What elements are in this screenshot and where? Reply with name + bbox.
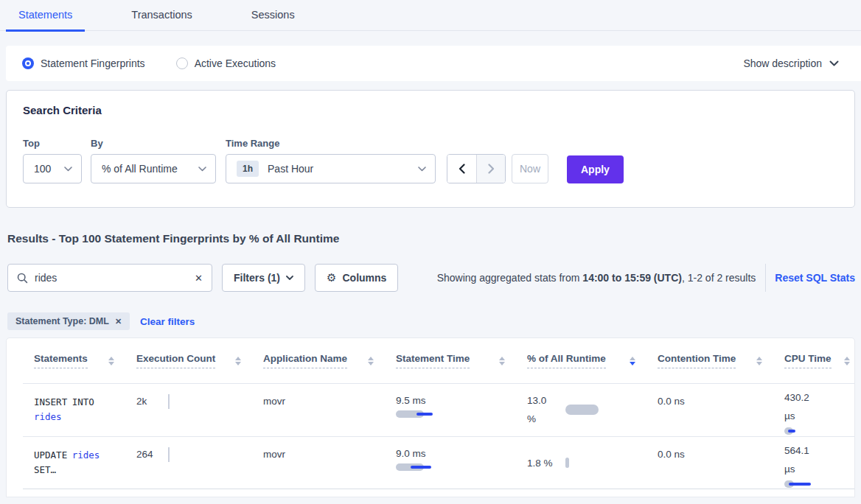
tab-statements[interactable]: Statements — [6, 0, 85, 31]
chevron-down-icon — [286, 276, 293, 281]
statement-keyword: SET… — [34, 464, 56, 475]
results-controls: ✕ Filters (1) ⚙︎ Columns Showing aggrega… — [7, 264, 855, 292]
contention-time-value: 0.0 ns — [658, 449, 685, 460]
columns-button-label: Columns — [342, 272, 386, 284]
clear-search-icon[interactable]: ✕ — [195, 273, 203, 284]
duration-bar — [396, 463, 424, 471]
apply-button[interactable]: Apply — [567, 155, 624, 183]
statement-cell[interactable]: INSERT INTO rides — [7, 383, 136, 436]
statement-link[interactable]: rides — [34, 411, 62, 422]
statement-time-cell: 9.0 ms — [396, 436, 527, 489]
sort-asc-icon — [499, 357, 505, 360]
sort-desc-icon — [844, 362, 850, 365]
sql-activity-tabbar: Statements Transactions Sessions — [0, 0, 861, 31]
execution-count-bar — [168, 394, 170, 409]
statement-text: INSERT INTO rides — [34, 395, 121, 424]
chevron-down-icon — [64, 167, 72, 172]
filter-pill-statement-type[interactable]: Statement Type: DML ✕ — [7, 312, 130, 330]
now-button[interactable]: Now — [512, 154, 548, 183]
column-header-of-all-runtime[interactable]: % of All Runtime — [527, 353, 658, 368]
show-description-label: Show description — [743, 57, 822, 69]
applied-filters-row: Statement Type: DML ✕ Clear filters — [7, 312, 195, 330]
top-select[interactable]: 100 — [23, 154, 82, 183]
statements-table: StatementsExecution CountApplication Nam… — [6, 337, 855, 497]
sort-asc-icon — [844, 357, 850, 360]
sort-asc-icon — [630, 357, 635, 360]
sort-asc-icon — [756, 357, 762, 360]
application-name-cell: movr — [263, 436, 396, 489]
top-label: Top — [23, 138, 91, 149]
pct-runtime-bar — [565, 405, 599, 415]
statement-link[interactable]: rides — [72, 449, 100, 461]
stddev-line — [788, 430, 795, 433]
duration-bar — [784, 427, 793, 435]
sort-asc-icon — [368, 357, 374, 360]
cpu-time-cell: 564.1 µs — [784, 436, 855, 489]
sort-icon[interactable] — [752, 357, 762, 365]
sort-icon[interactable] — [840, 357, 850, 365]
time-range-badge: 1h — [237, 161, 259, 177]
column-header-label: Application Name — [263, 353, 347, 368]
statement-search-box[interactable]: ✕ — [7, 264, 212, 292]
table-row[interactable]: UPDATE rides SET…264movr9.0 ms1.8 %0.0 n… — [7, 436, 854, 489]
statement-cell[interactable]: UPDATE rides SET… — [7, 436, 136, 489]
time-range-pager — [447, 154, 506, 183]
sort-icon[interactable] — [231, 357, 241, 365]
pct-runtime-cell: 1.8 % — [527, 436, 658, 489]
remove-filter-icon[interactable]: ✕ — [115, 317, 122, 326]
filters-button-label: Filters (1) — [234, 272, 280, 284]
radio-unselected-icon[interactable] — [176, 57, 188, 69]
time-range-select[interactable]: 1h Past Hour — [226, 154, 436, 183]
reset-sql-stats-link[interactable]: Reset SQL Stats — [775, 272, 855, 284]
sort-desc-icon — [108, 362, 114, 365]
search-criteria-title: Search Criteria — [23, 104, 838, 116]
column-header-cpu-time[interactable]: CPU Time — [784, 353, 855, 368]
search-input[interactable] — [35, 272, 195, 284]
column-header-application-name[interactable]: Application Name — [263, 353, 396, 368]
top-field-group: Top 100 — [23, 138, 91, 183]
execution-count-bar — [168, 447, 170, 462]
stddev-line — [416, 413, 433, 416]
previous-time-range-button[interactable] — [447, 155, 476, 183]
sort-icon[interactable] — [104, 357, 114, 365]
application-name-value: movr — [263, 396, 285, 407]
columns-button[interactable]: ⚙︎ Columns — [315, 264, 398, 292]
filters-button[interactable]: Filters (1) — [222, 264, 305, 292]
radio-selected-icon[interactable] — [22, 57, 34, 69]
chevron-down-icon — [198, 167, 206, 172]
show-description-toggle[interactable]: Show description — [743, 57, 839, 69]
radio-statement-fingerprints[interactable]: Statement Fingerprints — [22, 57, 145, 69]
column-header-execution-count[interactable]: Execution Count — [136, 353, 263, 368]
application-name-value: movr — [263, 449, 285, 460]
execution-count-value: 2k — [136, 396, 147, 407]
sort-icon[interactable] — [495, 357, 505, 365]
table-row[interactable]: INSERT INTO rides2kmovr9.5 ms13.0 %0.0 n… — [7, 383, 854, 436]
search-criteria-card: Search Criteria Top 100 By % of All Runt… — [6, 90, 855, 208]
top-select-value: 100 — [34, 163, 51, 175]
column-header-contention-time[interactable]: Contention Time — [658, 353, 784, 368]
radio-label: Active Executions — [195, 57, 276, 69]
sort-desc-icon — [756, 362, 762, 365]
column-header-label: Statement Time — [396, 353, 470, 368]
cpu-time-value: 564.1 µs — [784, 441, 818, 478]
column-header-label: % of All Runtime — [527, 353, 606, 368]
tab-sessions[interactable]: Sessions — [239, 0, 307, 31]
sort-icon[interactable] — [363, 357, 374, 365]
radio-active-executions[interactable]: Active Executions — [176, 57, 276, 69]
column-header-label: CPU Time — [784, 353, 832, 368]
clear-filters-link[interactable]: Clear filters — [140, 316, 195, 327]
sort-icon[interactable] — [625, 357, 635, 365]
statement-time-cell: 9.5 ms — [396, 383, 527, 436]
next-time-range-button[interactable] — [476, 155, 505, 183]
by-select[interactable]: % of All Runtime — [91, 154, 216, 183]
statement-time-value: 9.5 ms — [396, 395, 426, 406]
statement-keyword: UPDATE — [34, 449, 72, 461]
column-header-label: Execution Count — [136, 353, 215, 368]
column-header-statements[interactable]: Statements — [7, 353, 136, 368]
column-header-statement-time[interactable]: Statement Time — [396, 353, 527, 368]
tab-transactions[interactable]: Transactions — [119, 0, 204, 31]
filter-pill-label: Statement Type: DML — [15, 316, 109, 326]
contention-time-value: 0.0 ns — [658, 396, 685, 407]
execution-count-cell: 264 — [136, 436, 263, 489]
chevron-down-icon — [829, 60, 839, 67]
